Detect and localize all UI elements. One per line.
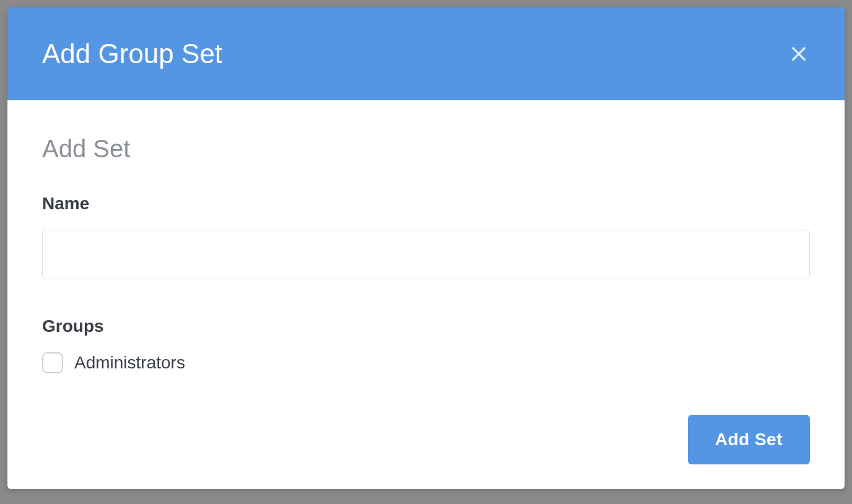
name-input[interactable] [42,230,810,279]
name-label: Name [42,194,810,214]
groups-field-block: Groups Administrators [42,316,810,373]
add-group-set-modal: Add Group Set Add Set Name Groups Admini… [7,7,845,489]
group-row: Administrators [42,352,810,373]
modal-body: Add Set Name Groups Administrators Add S… [7,100,845,489]
close-icon[interactable] [788,43,810,65]
name-field-block: Name [42,194,810,279]
group-checkbox-administrators[interactable] [42,352,63,373]
modal-footer: Add Set [42,415,810,464]
modal-title: Add Group Set [42,38,222,69]
group-checkbox-label: Administrators [74,353,185,373]
modal-header: Add Group Set [7,7,845,100]
section-title: Add Set [42,135,810,163]
groups-label: Groups [42,316,810,336]
add-set-button[interactable]: Add Set [688,415,810,464]
